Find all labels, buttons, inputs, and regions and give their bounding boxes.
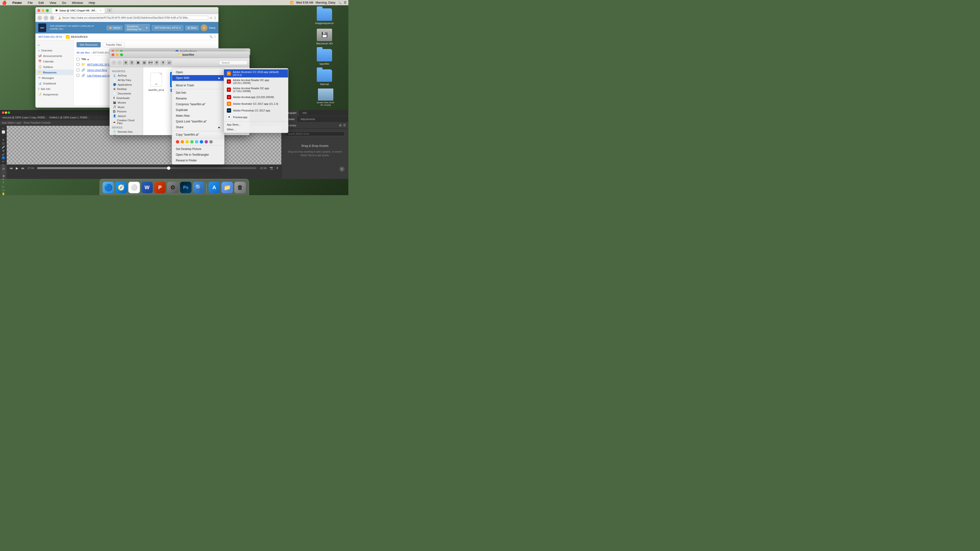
tag-color-indigo[interactable] <box>200 140 203 143</box>
app-acrobat[interactable]: A Adobe Acrobat.app (15.020.20039) <box>224 94 288 100</box>
ctx-share[interactable]: Share ▶ <box>172 124 224 130</box>
ctx-get-info[interactable]: Get Info <box>172 90 224 96</box>
ps-brush-tool[interactable]: 🖌 <box>1 152 6 156</box>
sidebar-item-airdrop[interactable]: 📡 AirDrop <box>111 73 142 78</box>
back-button[interactable]: ‹ <box>37 16 42 20</box>
ctx-make-alias[interactable]: Make Alias <box>172 113 224 119</box>
file-checkbox[interactable] <box>76 68 80 71</box>
sidebar-item-siteinfo[interactable]: ℹ Site Info <box>35 86 73 92</box>
ps-tab-untitled[interactable]: Untitled-1 @ 100% (Layer 1, RGB/8... <box>48 116 90 119</box>
course-button[interactable]: ARTS490.001.SP18 ▾ <box>152 25 183 30</box>
sidebar-item-applications[interactable]: 🔵 Applications <box>111 82 142 87</box>
ps-path-select-tool[interactable]: ▷ <box>1 185 6 188</box>
ps-history-brush-tool[interactable]: ↩ <box>1 160 6 163</box>
dock-finder[interactable]: 🔵 <box>103 182 114 193</box>
ps-lib-list-icon[interactable]: ☰ <box>343 124 346 127</box>
ps-export-icon[interactable]: ⬆ <box>276 167 278 170</box>
ctx-move-to-trash[interactable]: Move to Trash <box>172 83 224 88</box>
title-column-header[interactable]: Title ▲ <box>81 58 89 60</box>
view-menu[interactable]: View <box>49 1 57 5</box>
site-resources-button[interactable]: Site Resources <box>76 42 101 48</box>
sidebar-toggle[interactable]: « <box>35 42 73 48</box>
finder-forward-button[interactable]: › <box>117 60 122 65</box>
tag-color-green[interactable] <box>190 140 194 143</box>
sidebar-item-announcements[interactable]: 📢 Announcements <box>35 53 73 59</box>
ps-lib-search-input[interactable] <box>285 132 345 136</box>
ps-magic-wand-tool[interactable]: ✦ <box>1 138 6 141</box>
sites-button[interactable]: ⊞ Sites <box>185 25 199 30</box>
ps-eraser-tool[interactable]: ◻ <box>1 164 6 167</box>
tag-button[interactable]: 🏷 <box>167 60 172 65</box>
list-view-button[interactable]: ☰ <box>129 60 134 65</box>
tag-color-yellow[interactable] <box>185 140 189 143</box>
tag-color-purple[interactable] <box>205 140 208 143</box>
action-button[interactable]: ⚙ <box>154 60 159 65</box>
sidebar-item-documents[interactable]: 📄 Documents <box>111 91 142 96</box>
ps-marquee-tool[interactable]: ⬜ <box>1 130 6 134</box>
app-acrobat-reader-2[interactable]: A Adobe Acrobat Reader DC.app (17.012.20… <box>224 86 288 94</box>
ps-shape-tool[interactable]: ▭ <box>1 189 6 192</box>
icon-view-button[interactable]: ⊞ <box>123 60 128 65</box>
close-button[interactable] <box>37 9 40 12</box>
dock-alfred[interactable]: 🔍 <box>193 182 205 193</box>
ps-rewind-button[interactable]: ⏮ <box>10 166 13 170</box>
new-tab-button[interactable]: + <box>107 8 112 13</box>
ps-hand-tool[interactable]: ✋ <box>1 192 6 195</box>
sidebar-item-assignments[interactable]: 📝 Assignments <box>35 92 73 97</box>
help-menu[interactable]: Help <box>88 1 96 5</box>
ps-healing-tool[interactable]: ⊕ <box>1 149 6 152</box>
refresh-button[interactable]: ↻ <box>50 16 54 20</box>
sidebar-item-all-my-files[interactable]: 📄 All My Files <box>111 78 142 82</box>
ps-fastforward-button[interactable]: ⏭ <box>21 166 25 170</box>
ps-crop-tool[interactable]: ⊡ <box>1 142 6 145</box>
ctx-quick-look[interactable]: Quick Look "laserfilm.ai" <box>172 119 224 124</box>
window-menu[interactable]: Window <box>71 1 84 5</box>
ps-clone-stamp-tool[interactable]: 🔵 <box>1 156 6 159</box>
browser-tab[interactable]: 🎓 Sakai @ UNC-Chapel Hill : AR... ✕ <box>52 8 105 13</box>
home-button[interactable]: 🏠 Home <box>107 25 123 30</box>
ctx-reveal-finder[interactable]: Reveal in Finder <box>172 157 224 164</box>
app-illustrator-2018[interactable]: Ai Adobe Illustrator CC 2018.app (defaul… <box>224 69 288 78</box>
ps-lasso-tool[interactable]: ⌒ <box>1 134 6 138</box>
maximize-button[interactable] <box>120 53 123 56</box>
menu-dots-icon[interactable]: ⋮ <box>214 16 216 20</box>
tag-color-gray[interactable] <box>209 140 213 143</box>
ps-dodge-tool[interactable]: ◑ <box>1 174 6 178</box>
sidebar-item-movies[interactable]: 🎬 Movies <box>111 100 142 105</box>
ps-timeline-thumb[interactable] <box>167 167 170 170</box>
apple-menu-icon[interactable]: 🍎 <box>2 0 7 5</box>
close-button[interactable] <box>111 53 115 56</box>
maximize-button[interactable] <box>46 9 49 12</box>
minimize-button[interactable] <box>116 53 119 56</box>
ctx-open[interactable]: Open <box>172 69 224 75</box>
sidebar-item-gradebook[interactable]: 📊 Gradebook <box>35 81 73 86</box>
dock-word[interactable]: W <box>142 182 153 193</box>
finder-back-button[interactable]: ‹ <box>111 60 116 65</box>
ps-maximize-button[interactable] <box>8 111 10 114</box>
breadcrumb-course[interactable]: ARTS490.001.SP18 <box>38 35 62 38</box>
column-view-button[interactable]: ▦ <box>135 60 141 65</box>
ps-pen-tool[interactable]: ✏ <box>1 178 6 181</box>
dock-safari[interactable]: 🧭 <box>116 182 127 193</box>
ctx-open-textwrangler[interactable]: Open File in TextWrangler <box>172 152 224 157</box>
sidebar-item-remote-disc[interactable]: 💿 Remote Disc <box>111 129 142 134</box>
file-link[interactable]: 16mm short films <box>87 68 107 71</box>
sidebar-item-messages[interactable]: ✉ Messages <box>35 75 73 81</box>
search-icon[interactable]: 🔍 <box>209 35 213 38</box>
tag-color-orange[interactable] <box>181 140 184 143</box>
arrange-button[interactable]: ⊜ ▾ <box>148 60 153 65</box>
dock-powerpoint[interactable]: P <box>154 182 166 193</box>
desktop-icon-screenshot[interactable]: Screen Shot 2018-04..24.png <box>316 89 335 106</box>
dock-system-prefs[interactable]: ⚙ <box>167 182 179 193</box>
dock-folder1[interactable]: 📁 <box>221 182 233 193</box>
app-store-item[interactable]: App Store... <box>224 122 288 127</box>
desktop-icon-internal[interactable]: Internal <box>315 69 334 86</box>
app-other-item[interactable]: Other... <box>224 127 288 132</box>
share-button[interactable]: ⬆ <box>160 60 165 65</box>
ps-add-asset-button[interactable]: + <box>339 167 345 172</box>
forward-button[interactable]: › <box>43 16 48 20</box>
sidebar-item-syllabus[interactable]: 📋 Syllabus <box>35 64 73 70</box>
info-tab[interactable]: Info <box>299 110 310 116</box>
help-icon[interactable]: ? <box>214 35 216 38</box>
dock-appstore[interactable]: A <box>208 182 220 193</box>
